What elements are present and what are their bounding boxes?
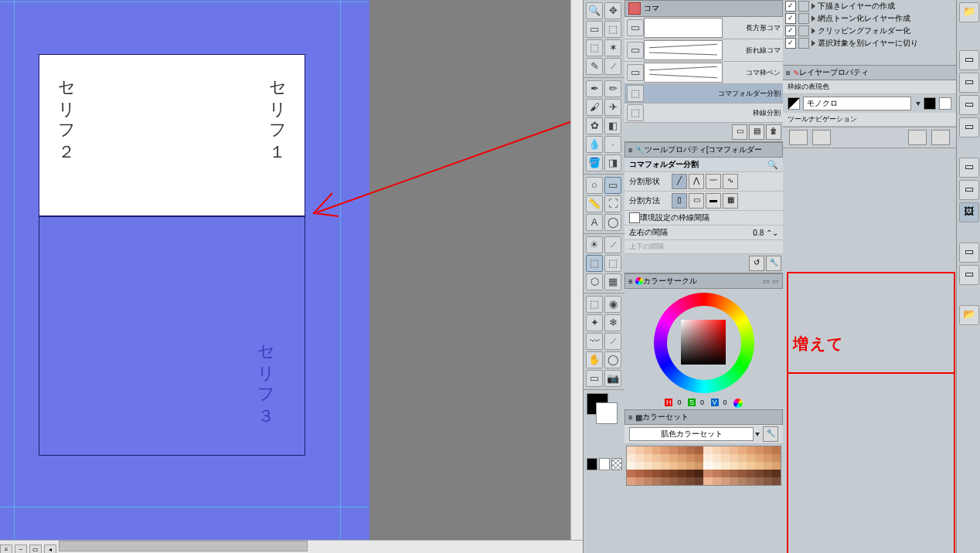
- stepper-icon[interactable]: ⌃⌄: [766, 229, 778, 237]
- expression-mode[interactable]: モノクロ: [783, 94, 956, 113]
- color-chip-white[interactable]: [599, 458, 610, 470]
- figure-icon[interactable]: ○: [586, 177, 603, 194]
- nav1-icon[interactable]: [789, 130, 808, 145]
- checkbox[interactable]: ✓: [785, 25, 796, 36]
- layer-move-icon[interactable]: ⬚: [604, 21, 621, 38]
- star-icon[interactable]: ✦: [586, 314, 603, 331]
- lasso-icon[interactable]: ◯: [604, 351, 621, 368]
- method1-icon[interactable]: ▯: [672, 193, 687, 209]
- expand-icon[interactable]: [812, 40, 815, 46]
- blend-icon[interactable]: 💧: [586, 136, 603, 153]
- checkbox[interactable]: ✓: [785, 1, 796, 12]
- hide-icon[interactable]: ⬚: [586, 296, 603, 313]
- shape-curve-icon[interactable]: 〰: [706, 174, 721, 189]
- quick-opt-4[interactable]: ✓選択対象を別レイヤーに切り: [783, 37, 956, 49]
- reset-icon[interactable]: ↺: [749, 256, 764, 271]
- color-chip-black[interactable]: [587, 458, 597, 470]
- canvas-menu-icon[interactable]: ≡: [0, 545, 12, 553]
- airbrush-icon[interactable]: ✈: [604, 99, 621, 116]
- fill-icon[interactable]: 🪣: [586, 154, 603, 171]
- expand-icon[interactable]: [812, 15, 815, 22]
- page2-icon[interactable]: ▭: [959, 180, 979, 200]
- text-icon[interactable]: A: [586, 214, 603, 231]
- color-sv-square[interactable]: [681, 320, 726, 365]
- menu-icon[interactable]: ≡: [786, 69, 791, 77]
- shape-poly-icon[interactable]: ⋀: [689, 174, 704, 189]
- line2-icon[interactable]: ⟋: [604, 333, 621, 350]
- panel-cut-icon[interactable]: ⬚: [586, 255, 603, 272]
- color-chip-trans[interactable]: [611, 458, 622, 470]
- manga-panel-2[interactable]: セリフ３: [39, 216, 305, 456]
- stack3-icon[interactable]: ▭: [959, 95, 979, 115]
- material1-icon[interactable]: ▭: [959, 243, 979, 263]
- magnify-icon[interactable]: 🔍: [586, 2, 603, 19]
- operation-icon[interactable]: ▭: [586, 21, 603, 38]
- manga-panel-1[interactable]: セリフ１ セリフ２: [39, 54, 305, 216]
- saturation-icon[interactable]: ☀: [586, 236, 603, 253]
- nav3-icon[interactable]: [908, 130, 927, 145]
- menu-icon[interactable]: ≡: [628, 146, 633, 154]
- color-wheel[interactable]: [654, 293, 754, 393]
- marquee-icon[interactable]: ⬚: [586, 39, 603, 56]
- open-icon[interactable]: 📂: [959, 305, 979, 325]
- hsv-circle-icon[interactable]: [733, 399, 743, 408]
- frame-icon[interactable]: ▭: [604, 177, 621, 194]
- perspective-icon[interactable]: ⛶: [604, 195, 621, 212]
- subtool-polyline-frame[interactable]: ▭ 折れ線コマ: [624, 39, 783, 62]
- wrench-icon[interactable]: 🔧: [763, 426, 778, 442]
- subtool-option1-icon[interactable]: ▭: [732, 124, 747, 140]
- eraser-icon[interactable]: ◧: [604, 117, 621, 134]
- canvas-area[interactable]: セリフ１ セリフ２ セリフ３: [0, 0, 369, 541]
- dropdown-icon[interactable]: [755, 433, 760, 436]
- dropdown-icon[interactable]: [916, 102, 920, 106]
- quick-opt-1[interactable]: ✓下描きレイヤーの作成: [783, 0, 956, 12]
- brush-icon[interactable]: 🖌: [586, 99, 603, 116]
- scroll-left-icon[interactable]: ◂: [44, 545, 56, 553]
- material2-icon[interactable]: ▭: [959, 265, 979, 285]
- folder-icon[interactable]: 📁: [959, 2, 979, 22]
- page1-icon[interactable]: ▭: [959, 158, 979, 178]
- prop-env-gap[interactable]: 環境設定の枠線間隔: [624, 211, 783, 226]
- quick-opt-3[interactable]: ✓クリッピングフォルダー化: [783, 25, 956, 37]
- subtool-rect-frame[interactable]: ▭ 長方形コマ: [624, 17, 783, 39]
- bg-color[interactable]: [596, 402, 618, 424]
- swatch-grid[interactable]: [626, 446, 781, 486]
- gradient-icon[interactable]: ◨: [604, 154, 621, 171]
- deco-icon[interactable]: ✿: [586, 117, 603, 134]
- zoom-fit-icon[interactable]: ▭: [29, 545, 42, 553]
- stack4-icon[interactable]: ▭: [959, 117, 979, 137]
- balloon-icon[interactable]: ◯: [604, 214, 621, 231]
- method3-icon[interactable]: ▬: [706, 193, 721, 209]
- subtool-folder-split[interactable]: ⬚ コマフォルダー分割: [624, 84, 783, 103]
- panel-edit-icon[interactable]: ⬚: [604, 255, 621, 272]
- pen-icon[interactable]: ✒: [586, 80, 603, 97]
- eraser-line-icon[interactable]: ⟋: [604, 58, 621, 75]
- canvas-scroll-h[interactable]: ≡ − ▭ ◂: [0, 540, 583, 553]
- tab-icon[interactable]: ▭ ▭: [763, 277, 779, 285]
- black-swatch[interactable]: [924, 97, 936, 110]
- subtool-option2-icon[interactable]: ▤: [749, 124, 764, 140]
- method4-icon[interactable]: ▦: [723, 193, 738, 209]
- nav2-icon[interactable]: [812, 130, 831, 145]
- shape-line-icon[interactable]: ╱: [672, 174, 687, 189]
- white-swatch[interactable]: [939, 97, 951, 110]
- expand-icon[interactable]: [812, 28, 815, 34]
- subtool-frame-pen[interactable]: ▭ コマ枠ペン: [624, 62, 783, 84]
- checkbox[interactable]: ✓: [785, 13, 796, 24]
- eyedropper-icon[interactable]: ✎: [586, 58, 603, 75]
- scroll-thumb[interactable]: [59, 541, 308, 551]
- menu-icon[interactable]: ≡: [628, 277, 633, 286]
- shape-free-icon[interactable]: ∿: [723, 174, 738, 189]
- hand-icon[interactable]: ✋: [586, 351, 603, 368]
- 3d-icon[interactable]: ⬡: [586, 273, 603, 290]
- expand-icon[interactable]: [812, 3, 815, 9]
- ruler-icon[interactable]: 📏: [586, 195, 603, 212]
- color-set-preset[interactable]: 肌色カラーセット 🔧: [624, 425, 783, 444]
- show-icon[interactable]: ◉: [604, 296, 621, 313]
- screentone-icon[interactable]: ▦: [604, 273, 621, 290]
- subtool-trash-icon[interactable]: 🗑: [766, 124, 781, 140]
- dot-icon[interactable]: ·: [604, 136, 621, 153]
- snow-icon[interactable]: ❄: [604, 314, 621, 331]
- canvas-scroll-v[interactable]: [570, 0, 584, 541]
- stack2-icon[interactable]: ▭: [959, 73, 979, 93]
